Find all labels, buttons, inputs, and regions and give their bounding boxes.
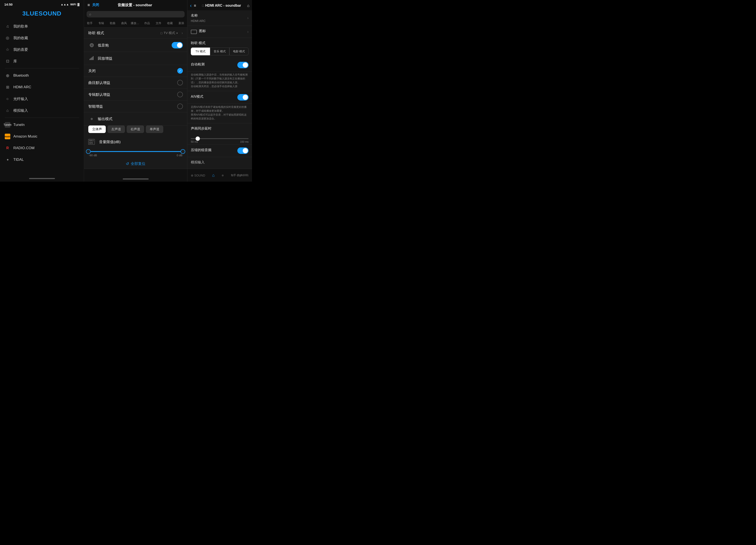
icon-row[interactable]: 图标 › — [187, 26, 252, 38]
compressed-toggle[interactable] — [237, 148, 249, 154]
av-mode-toggle[interactable] — [237, 94, 249, 101]
dropdown-icon: ▾ — [176, 32, 178, 35]
volume-slider-labels: -90 dB 0 dB — [88, 154, 183, 157]
sidebar-item-tunein[interactable]: TuneIn TuneIn — [2, 119, 82, 131]
tab-album[interactable]: 专辑 — [95, 19, 107, 27]
listen-mode-tv[interactable]: TV 模式 — [191, 48, 210, 55]
sidebar-item-amazon[interactable]: music Amazon Music — [2, 131, 82, 142]
subwoofer-toggle[interactable] — [172, 42, 183, 48]
sidebar-label-library: 库 — [13, 59, 17, 64]
sidebar-item-optical[interactable]: ○ 光纤输入 — [2, 93, 82, 105]
sidebar-item-radio[interactable]: R RADIO.COM — [2, 142, 82, 154]
track-gain-radio[interactable] — [177, 80, 183, 86]
compressed-row: 压缩的组音频 — [187, 144, 252, 157]
bottom-nav-sound-icon[interactable]: ⊕ SOUND — [191, 174, 205, 177]
name-row[interactable]: 名称 HDMI ARC › — [187, 10, 252, 26]
av-mode-label: A/V模式 — [191, 95, 237, 99]
tunein-icon: TuneIn — [5, 122, 10, 128]
analog-label: 模拟输入 — [191, 160, 249, 165]
audio-settings-header: ≡ 关闭 音频设置 - soundbar — [84, 0, 187, 9]
mode-stereo[interactable]: 立体声 — [88, 126, 106, 133]
playback-gain-row[interactable]: 回放增益 — [84, 52, 187, 65]
search-input[interactable] — [93, 12, 182, 16]
icon-label: 图标 — [199, 29, 247, 33]
tab-favorites[interactable]: 收藏 — [164, 19, 176, 27]
bottom-nav-cast-icon[interactable]: ⊕ — [222, 174, 224, 177]
svg-rect-2 — [90, 59, 90, 60]
volume-slider-thumb-left[interactable] — [86, 149, 91, 154]
sync-delay-labels: 50 ms 150 ms — [191, 140, 249, 143]
chevron-right-icon: › — [182, 31, 183, 35]
sidebar-item-my-playlist[interactable]: ♫ 我的歌单 — [2, 20, 82, 32]
sync-delay-track[interactable] — [191, 138, 249, 139]
back-icon[interactable]: ‹ — [190, 3, 192, 9]
radio-icon: R — [5, 145, 10, 151]
sidebar-item-hdmi-arc[interactable]: ⊞ HDMI ARC — [2, 81, 82, 93]
panel-tabs: 歌手 专辑 歌曲 曲风 播放列表 作品 文件 收藏 新添 — [84, 19, 187, 28]
sidebar-item-my-favorites[interactable]: ◎ 我的收藏 — [2, 32, 82, 44]
sidebar-item-my-liked[interactable]: ☆ 我的喜爱 — [2, 44, 82, 55]
smart-gain-radio[interactable] — [177, 104, 183, 109]
listen-mode-label: 聆听 模式 — [88, 31, 158, 36]
tab-new[interactable]: 新添 — [176, 19, 187, 27]
volume-limit-row: MAXMIN 音量限值(dB) — [84, 136, 187, 146]
tab-genre[interactable]: 曲风 — [118, 19, 130, 27]
output-mode-buttons: 立体声 左声道 右声道 单声道 — [84, 126, 187, 136]
playlist-icon: ♫ — [5, 23, 10, 29]
gain-close-radio[interactable] — [177, 68, 183, 74]
sidebar-label-bluetooth: Bluetooth — [13, 73, 29, 78]
status-bar-left: 14:50 ▲▲▲ WiFi ▓ — [0, 0, 84, 8]
home-indicator-mid — [123, 179, 149, 180]
tab-track[interactable]: 歌曲 — [107, 19, 118, 27]
track-gain-row: 曲目默认增益 — [84, 77, 187, 89]
mode-mono[interactable]: 单声道 — [146, 126, 163, 133]
icon-preview — [191, 30, 197, 34]
close-button[interactable]: 关闭 — [92, 3, 99, 7]
analog-row[interactable]: 模拟输入 — [187, 157, 252, 169]
playback-gain-icon — [88, 55, 95, 62]
favorites-icon: ◎ — [5, 35, 10, 41]
volume-slider-track[interactable] — [88, 151, 183, 152]
svg-rect-3 — [91, 58, 91, 60]
auto-detect-toggle[interactable] — [237, 62, 249, 68]
search-box[interactable]: ⌕ — [87, 11, 185, 17]
playback-gain-label: 回放增益 — [98, 56, 183, 61]
name-label: 名称 — [191, 13, 247, 18]
sidebar-item-analog[interactable]: ⌂ 模拟输入 — [2, 105, 82, 116]
volume-max-label: 0 dB — [177, 154, 182, 157]
sidebar-item-bluetooth[interactable]: ⊕ Bluetooth — [2, 70, 82, 81]
sidebar-label-my-liked: 我的喜爱 — [13, 47, 28, 52]
menu-icon[interactable]: ≡ — [194, 3, 196, 8]
tab-singer[interactable]: 歌手 — [84, 19, 95, 27]
listen-mode-row[interactable]: 聆听 模式 □ TV 模式 ▾ › — [84, 28, 187, 39]
hdmi-icon: ⊞ — [5, 84, 10, 90]
sidebar-item-tidal[interactable]: ✦ TIDAL — [2, 154, 82, 166]
volume-slider-thumb-right[interactable] — [180, 149, 185, 154]
sidebar-label-tunein: TuneIn — [13, 123, 25, 127]
tidal-icon: ✦ — [5, 157, 10, 163]
tab-playlist[interactable]: 播放列表 — [130, 19, 141, 27]
mode-left[interactable]: 左声道 — [107, 126, 125, 133]
home-icon[interactable]: ⌂ — [247, 3, 249, 8]
track-gain-label: 曲目默认增益 — [88, 80, 175, 85]
sync-delay-thumb[interactable] — [196, 137, 200, 141]
listen-mode-music[interactable]: 音乐 模式 — [210, 48, 229, 55]
listen-mode-value: TV 模式 — [164, 31, 175, 35]
sync-delay-label: 声画同步延时 — [191, 126, 249, 131]
reset-row[interactable]: ↺ 全部复位 — [84, 158, 187, 169]
status-icons-left: ▲▲▲ WiFi ▓ — [61, 3, 79, 6]
mode-right[interactable]: 右声道 — [127, 126, 144, 133]
sidebar-item-library[interactable]: ⊡ 库 — [2, 55, 82, 67]
sidebar-nav: ♫ 我的歌单 ◎ 我的收藏 ☆ 我的喜爱 ⊡ 库 ⊕ Bluetooth ⊞ H… — [0, 20, 84, 175]
tab-work[interactable]: 作品 — [141, 19, 153, 27]
album-gain-radio[interactable] — [177, 92, 183, 97]
logo-area: 3LUESOUND — [0, 8, 84, 20]
hamburger-icon[interactable]: ≡ — [87, 3, 90, 8]
right-content: 名称 HDMI ARC › 图标 › 聆听 模式 TV 模式 音乐 模式 电影 … — [187, 10, 252, 169]
bottom-nav-home-icon[interactable]: ⌂ — [212, 173, 215, 178]
tab-file[interactable]: 文件 — [153, 19, 164, 27]
home-indicator-bar — [29, 178, 55, 179]
listen-mode-cinema[interactable]: 电影 模式 — [229, 48, 249, 55]
name-value: HDMI ARC — [191, 19, 247, 23]
hdmi-arc-settings-panel: ‹ ≡ □ HDMI ARC - soundbar ⌂ 名称 HDMI ARC … — [187, 0, 252, 182]
